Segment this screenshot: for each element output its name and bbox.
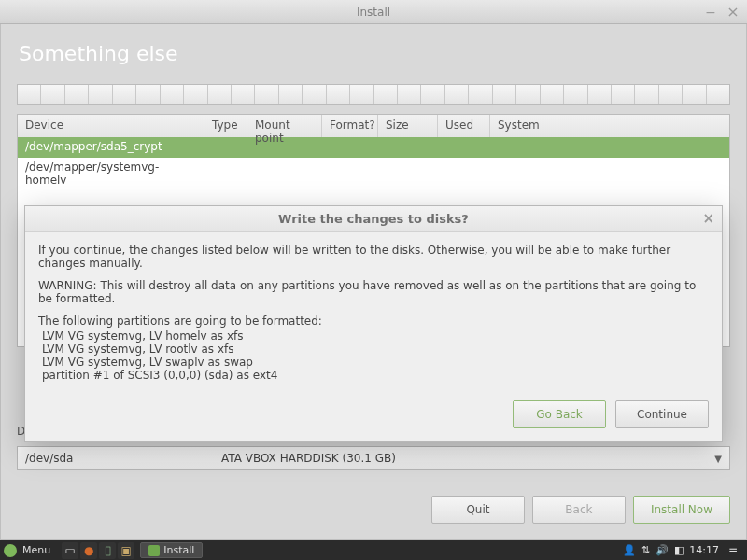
col-type[interactable]: Type bbox=[204, 115, 247, 137]
user-icon[interactable]: 👤 bbox=[623, 544, 636, 556]
tray-menu-icon[interactable]: ≡ bbox=[725, 542, 741, 559]
table-row[interactable]: /dev/mapper/sda5_crypt bbox=[18, 137, 729, 158]
window-titlebar: Install − × bbox=[0, 0, 747, 24]
task-button[interactable]: Install bbox=[140, 542, 203, 558]
window-close-button[interactable]: × bbox=[725, 4, 741, 21]
quit-button[interactable]: Quit bbox=[431, 496, 525, 524]
format-list-item: partition #1 of SCSI3 (0,0,0) (sda) as e… bbox=[42, 369, 709, 382]
bootloader-device: /dev/sda bbox=[25, 452, 221, 465]
table-header: Device Type Mount point Format? Size Use… bbox=[18, 115, 729, 137]
quick-launch: ▭ ● ⌷ ▣ bbox=[62, 542, 134, 559]
window-minimize-button[interactable]: − bbox=[702, 4, 719, 21]
system-tray: 👤 ⇅ 🔊 ◧ 14:17 ≡ bbox=[623, 542, 747, 559]
col-system[interactable]: System bbox=[490, 115, 729, 137]
dropdown-arrow-icon: ▼ bbox=[714, 454, 722, 464]
bootloader-description: ATA VBOX HARDDISK (30.1 GB) bbox=[221, 452, 396, 465]
dialog-body: If you continue, the changes listed belo… bbox=[25, 232, 722, 391]
col-mount[interactable]: Mount point bbox=[247, 115, 322, 137]
table-row[interactable]: /dev/mapper/systemvg-homelv bbox=[18, 158, 729, 178]
dialog-footer: Go Back Continue bbox=[25, 391, 722, 441]
dialog-paragraph: If you continue, the changes listed belo… bbox=[38, 244, 709, 270]
tray-icon[interactable]: ◧ bbox=[674, 544, 684, 556]
clock[interactable]: 14:17 bbox=[689, 544, 719, 556]
dialog-close-button[interactable]: × bbox=[702, 210, 714, 227]
col-used[interactable]: Used bbox=[438, 115, 490, 137]
format-list-item: LVM VG systemvg, LV homelv as xfs bbox=[42, 329, 709, 343]
format-list: LVM VG systemvg, LV homelv as xfs LVM VG… bbox=[42, 329, 709, 382]
col-device[interactable]: Device bbox=[18, 115, 204, 137]
network-icon[interactable]: ⇅ bbox=[641, 544, 650, 556]
row-device: /dev/mapper/sda5_crypt bbox=[18, 137, 204, 158]
task-label: Install bbox=[163, 544, 194, 556]
menu-button[interactable]: Menu bbox=[21, 544, 60, 556]
col-format[interactable]: Format? bbox=[322, 115, 378, 137]
col-size[interactable]: Size bbox=[378, 115, 438, 137]
volume-icon[interactable]: 🔊 bbox=[655, 544, 669, 556]
format-list-item: LVM VG systemvg, LV swaplv as swap bbox=[42, 356, 709, 369]
continue-button[interactable]: Continue bbox=[615, 400, 709, 428]
go-back-button[interactable]: Go Back bbox=[513, 400, 606, 428]
row-device: /dev/mapper/systemvg-homelv bbox=[18, 158, 204, 178]
dialog-titlebar: Write the changes to disks? × bbox=[25, 206, 722, 232]
install-now-button: Install Now bbox=[633, 496, 730, 524]
format-list-item: LVM VG systemvg, LV rootlv as xfs bbox=[42, 343, 709, 356]
bootloader-dropdown[interactable]: /dev/sda ATA VBOX HARDDISK (30.1 GB) ▼ bbox=[17, 446, 730, 470]
footer-buttons: Quit Back Install Now bbox=[431, 496, 730, 524]
dialog-title: Write the changes to disks? bbox=[278, 212, 469, 226]
dialog-warning: WARNING: This will destroy all data on a… bbox=[38, 279, 709, 305]
confirm-dialog: Write the changes to disks? × If you con… bbox=[24, 205, 723, 442]
show-desktop-icon[interactable]: ▭ bbox=[62, 542, 78, 559]
terminal-icon[interactable]: ⌷ bbox=[99, 542, 116, 559]
mint-logo-icon[interactable] bbox=[4, 544, 17, 557]
disk-usage-bar bbox=[17, 84, 730, 105]
taskbar: Menu ▭ ● ⌷ ▣ Install 👤 ⇅ 🔊 ◧ 14:17 ≡ bbox=[0, 540, 747, 560]
task-app-icon bbox=[148, 545, 160, 556]
firefox-icon[interactable]: ● bbox=[80, 542, 97, 559]
page-heading: Something else bbox=[19, 42, 178, 65]
dialog-list-heading: The following partitions are going to be… bbox=[38, 315, 709, 328]
back-button: Back bbox=[532, 496, 626, 524]
window-title: Install bbox=[357, 6, 390, 19]
files-icon[interactable]: ▣ bbox=[118, 542, 134, 559]
